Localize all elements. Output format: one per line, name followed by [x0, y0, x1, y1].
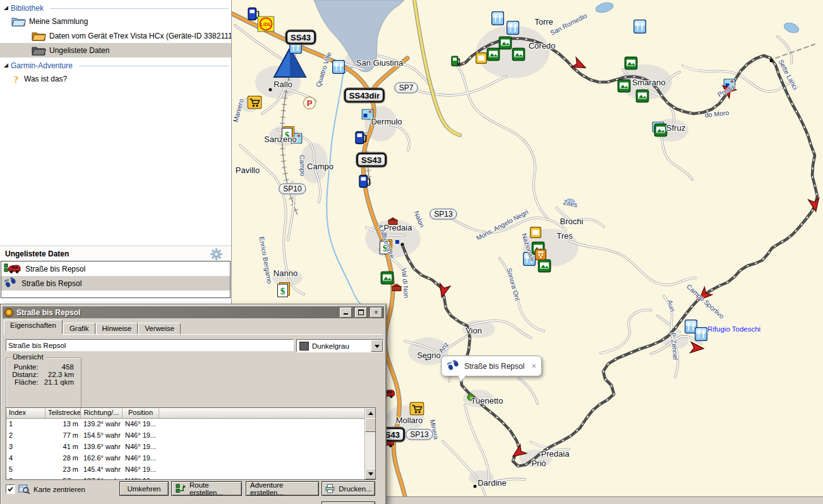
street-label: Campo [298, 155, 306, 176]
center-map-row: Karte zentrieren [6, 484, 85, 495]
table-row[interactable]: 428 m162.6° wahrN46° 19... [6, 453, 365, 464]
track-color-select[interactable]: Dunkelgrau [296, 339, 383, 352]
tree-item[interactable]: Meine Sammlung [0, 14, 231, 28]
column-header[interactable]: Index [6, 408, 45, 419]
table-row[interactable]: 277 m154.5° wahrN46° 19... [6, 430, 365, 441]
table-row[interactable]: 657 m187.1° wahrN46° 19... [6, 476, 365, 480]
callout-close-icon[interactable]: × [531, 361, 536, 371]
poi-bank-icon[interactable]: $ [277, 282, 291, 298]
combo-dropdown-icon[interactable] [371, 340, 383, 352]
folder-gray-icon [32, 45, 46, 56]
poi-rest-icon[interactable] [491, 11, 504, 25]
svg-text:LiDL: LiDL [260, 21, 272, 27]
column-header[interactable]: Position [123, 408, 159, 419]
overview-label: Distanz: [8, 371, 39, 378]
poi-rest-icon[interactable] [507, 21, 519, 35]
poi-lodg-icon[interactable] [381, 272, 394, 285]
printer-icon [325, 484, 335, 493]
route-small-icon [176, 484, 186, 493]
stream [327, 66, 366, 311]
close-button[interactable]: × [370, 308, 382, 318]
town-label: Mollaro [396, 416, 423, 425]
poi-bldg-icon[interactable] [392, 284, 402, 292]
map-bottom-scrollbar[interactable] [385, 496, 823, 504]
table-row[interactable]: 341 m139.6° wahrN46° 19... [6, 441, 365, 453]
table-cell: N46° 19... [123, 441, 159, 453]
poi-fuelgreen-icon[interactable] [451, 56, 461, 67]
poi-rest-icon[interactable] [634, 20, 646, 33]
table-row[interactable]: 523 m145.4° wahrN46° 19... [6, 464, 365, 476]
dialog-title: Straße bis Repsol [16, 308, 80, 317]
poi-rest-icon[interactable] [332, 60, 345, 74]
road-shield-ss43dir: SS43dir [344, 88, 385, 103]
poi-lodg-icon[interactable] [618, 80, 631, 93]
tree-item[interactable]: Daten vom Gerät eTrex Vista HCx (Geräte-… [0, 28, 231, 43]
table-scrollbar[interactable] [364, 408, 375, 479]
poi-lodg-icon[interactable] [636, 90, 649, 103]
table-cell: 145.4° wahr [81, 464, 123, 476]
poi-rest-icon[interactable] [695, 327, 707, 341]
poi-lodg-icon[interactable] [499, 37, 512, 50]
tree-item[interactable]: Ungelistete Daten [0, 43, 231, 57]
poi-yellow-icon[interactable] [530, 227, 541, 238]
list-item-track[interactable]: Straße bis Repsol [1, 276, 230, 291]
route-erstellen---button[interactable]: Route erstellen... [171, 481, 242, 496]
scrollbar-thumb[interactable] [365, 418, 376, 432]
column-header[interactable] [159, 408, 365, 419]
track-name-input[interactable] [6, 339, 294, 351]
town-label: Predaia [541, 449, 570, 459]
column-header[interactable]: Richtung/... [81, 408, 123, 419]
table-row[interactable]: 113 m139.2° wahrN46° 19... [6, 419, 365, 430]
tab-verweise[interactable]: Verweise [138, 323, 181, 335]
poi-lodg-icon[interactable] [487, 48, 500, 61]
tab-eigenschaften[interactable]: Eigenschaften [4, 320, 63, 334]
collapse-icon[interactable]: ◢ [4, 4, 8, 11]
table-cell: 23 m [45, 464, 81, 476]
tab-grafik[interactable]: Grafik [63, 323, 95, 335]
track-callout[interactable]: Straße bis Repsol × [441, 356, 542, 376]
drucken---button[interactable]: Drucken... [321, 481, 375, 496]
minimize-button[interactable] [340, 308, 352, 318]
table-cell: N46° 19... [123, 464, 159, 476]
town-label: Pavillo [236, 165, 260, 175]
umkehrenbutton[interactable]: Umkehren [119, 481, 169, 496]
section-header-0[interactable]: ◢Bibliothek [0, 0, 231, 14]
town-label: Tuenetto [471, 396, 503, 405]
collapse-icon[interactable]: ◢ [4, 62, 8, 68]
poi-cart-icon[interactable] [248, 96, 262, 109]
poi-lodg-icon[interactable] [512, 48, 526, 61]
adventure-erstellen---button[interactable]: Adventure erstellen... [246, 481, 319, 496]
dialog-titlebar[interactable]: Straße bis Repsol × [3, 306, 384, 318]
poi-park-icon[interactable]: P [303, 96, 316, 110]
table-cell: 41 m [45, 441, 81, 453]
track-callout-label: Straße bis Repsol [464, 362, 524, 371]
scroll-down-icon[interactable] [365, 469, 376, 479]
center-map-checkbox[interactable] [6, 484, 15, 494]
track-icon [4, 308, 13, 317]
poi-orange-icon[interactable] [535, 249, 546, 260]
poi-lodg-icon[interactable] [625, 57, 638, 70]
poi-lodg-icon[interactable] [538, 260, 551, 273]
section-header-1[interactable]: ◢Garmin-Adventure [0, 57, 231, 71]
poi-fuel-icon[interactable] [359, 174, 371, 188]
town-label: Sfruz [666, 123, 685, 133]
scroll-up-icon[interactable] [365, 408, 376, 419]
poi-lidl-icon[interactable]: LiDL [258, 16, 275, 32]
poi-fuel-icon[interactable] [355, 131, 368, 145]
tab-hinweise[interactable]: Hinweise [96, 323, 138, 335]
road-shield-ss43: SS43 [356, 153, 387, 167]
list-item-route[interactable]: Straße bis Repsol [1, 261, 230, 276]
poi-yellow-icon[interactable] [476, 52, 487, 64]
town-label: Sanzeno [264, 135, 296, 144]
color-value: Dunkelgrau [312, 342, 349, 350]
track-icon [4, 277, 17, 290]
poi-cart-icon[interactable] [410, 402, 424, 416]
tree-item-label: Meine Sammlung [29, 17, 88, 26]
tree-item[interactable]: ?Was ist das? [0, 71, 231, 86]
filter-button[interactable]: Filtern... [321, 501, 375, 504]
column-header[interactable]: Teilstrecke [45, 408, 81, 419]
gear-icon[interactable] [210, 248, 222, 260]
table-cell: 4 [6, 453, 45, 464]
poi-lodg-icon[interactable] [654, 124, 668, 137]
maximize-button[interactable] [355, 308, 367, 318]
